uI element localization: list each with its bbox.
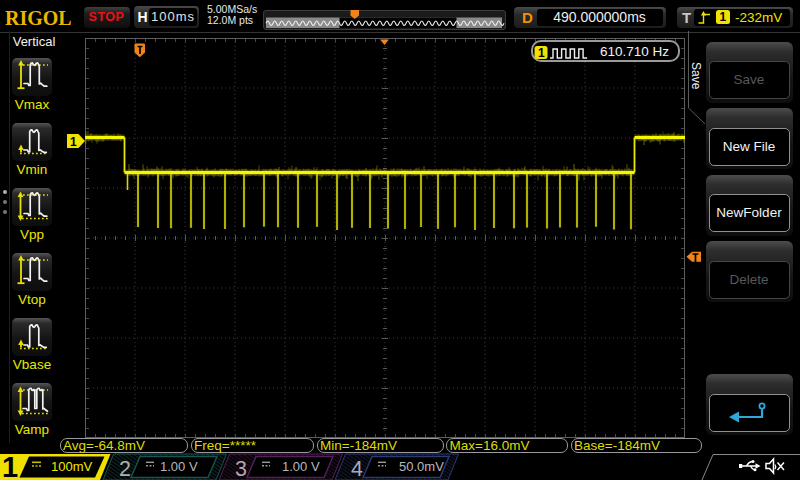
svg-text:610.710 Hz: 610.710 Hz xyxy=(600,44,669,59)
svg-text:50.0mV: 50.0mV xyxy=(399,459,444,474)
svg-text:100mV: 100mV xyxy=(51,459,93,474)
svg-text:1: 1 xyxy=(2,453,18,480)
svg-text:1: 1 xyxy=(538,46,545,60)
svg-text:4: 4 xyxy=(351,457,363,480)
svg-text:2: 2 xyxy=(119,457,131,480)
svg-text:3: 3 xyxy=(235,457,247,480)
svg-text:1.00 V: 1.00 V xyxy=(160,459,198,474)
svg-text:1: 1 xyxy=(70,134,77,148)
svg-text:1.00 V: 1.00 V xyxy=(282,459,320,474)
